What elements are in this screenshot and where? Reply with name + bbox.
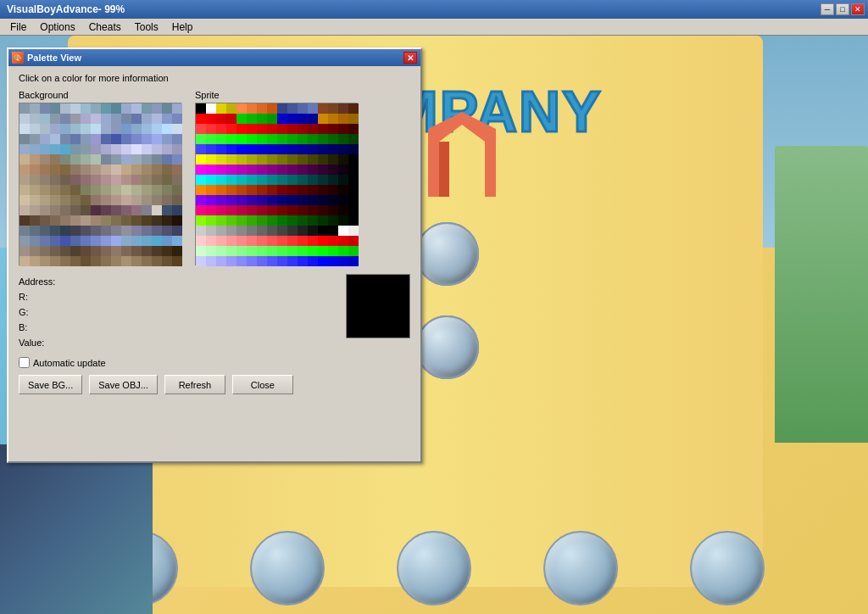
palette-cell[interactable] <box>236 165 247 175</box>
palette-cell[interactable] <box>348 205 359 215</box>
palette-cell[interactable] <box>111 124 121 134</box>
menu-tools[interactable]: Tools <box>128 20 165 35</box>
palette-cell[interactable] <box>287 215 298 226</box>
palette-cell[interactable] <box>19 236 30 246</box>
palette-cell[interactable] <box>257 185 267 195</box>
palette-cell[interactable] <box>277 205 287 215</box>
palette-cell[interactable] <box>298 165 308 175</box>
palette-cell[interactable] <box>172 154 182 165</box>
palette-cell[interactable] <box>287 124 298 134</box>
palette-cell[interactable] <box>70 165 81 175</box>
palette-cell[interactable] <box>70 246 81 256</box>
palette-cell[interactable] <box>206 124 216 134</box>
palette-cell[interactable] <box>142 195 152 205</box>
palette-cell[interactable] <box>152 205 162 215</box>
palette-cell[interactable] <box>328 185 338 195</box>
palette-cell[interactable] <box>328 246 338 256</box>
palette-cell[interactable] <box>121 236 131 246</box>
palette-cell[interactable] <box>172 175 182 185</box>
palette-cell[interactable] <box>101 195 111 205</box>
palette-cell[interactable] <box>277 175 287 185</box>
palette-cell[interactable] <box>91 226 101 236</box>
palette-cell[interactable] <box>196 165 206 175</box>
palette-cell[interactable] <box>162 154 172 165</box>
palette-cell[interactable] <box>257 226 267 236</box>
palette-cell[interactable] <box>206 226 216 236</box>
palette-cell[interactable] <box>196 175 206 185</box>
palette-cell[interactable] <box>131 205 142 215</box>
palette-cell[interactable] <box>101 175 111 185</box>
palette-cell[interactable] <box>152 256 162 266</box>
palette-cell[interactable] <box>60 195 70 205</box>
palette-cell[interactable] <box>338 165 348 175</box>
palette-cell[interactable] <box>206 175 216 185</box>
palette-cell[interactable] <box>267 246 277 256</box>
palette-cell[interactable] <box>206 185 216 195</box>
palette-cell[interactable] <box>206 154 216 165</box>
palette-cell[interactable] <box>277 195 287 205</box>
palette-cell[interactable] <box>19 195 30 205</box>
palette-cell[interactable] <box>226 165 236 175</box>
palette-cell[interactable] <box>162 144 172 154</box>
palette-cell[interactable] <box>247 185 257 195</box>
palette-cell[interactable] <box>91 236 101 246</box>
palette-cell[interactable] <box>70 256 81 266</box>
palette-cell[interactable] <box>287 114 298 124</box>
palette-cell[interactable] <box>131 226 142 236</box>
palette-cell[interactable] <box>277 185 287 195</box>
palette-cell[interactable] <box>121 195 131 205</box>
palette-cell[interactable] <box>60 236 70 246</box>
palette-cell[interactable] <box>226 103 236 114</box>
palette-cell[interactable] <box>101 246 111 256</box>
palette-cell[interactable] <box>206 103 216 114</box>
palette-cell[interactable] <box>298 256 308 266</box>
palette-cell[interactable] <box>287 226 298 236</box>
bottom-circle-button[interactable] <box>543 531 618 606</box>
palette-cell[interactable] <box>216 175 226 185</box>
palette-cell[interactable] <box>216 205 226 215</box>
palette-cell[interactable] <box>277 154 287 165</box>
palette-cell[interactable] <box>236 185 247 195</box>
palette-cell[interactable] <box>121 205 131 215</box>
palette-cell[interactable] <box>81 215 91 226</box>
palette-cell[interactable] <box>298 134 308 144</box>
palette-cell[interactable] <box>338 205 348 215</box>
palette-cell[interactable] <box>50 114 60 124</box>
palette-cell[interactable] <box>206 236 216 246</box>
palette-cell[interactable] <box>338 134 348 144</box>
palette-cell[interactable] <box>30 226 40 236</box>
palette-cell[interactable] <box>308 103 318 114</box>
palette-cell[interactable] <box>206 256 216 266</box>
palette-cell[interactable] <box>152 215 162 226</box>
palette-cell[interactable] <box>111 154 121 165</box>
palette-cell[interactable] <box>226 215 236 226</box>
palette-cell[interactable] <box>236 195 247 205</box>
palette-cell[interactable] <box>318 215 328 226</box>
palette-cell[interactable] <box>111 165 121 175</box>
palette-cell[interactable] <box>308 124 318 134</box>
palette-cell[interactable] <box>91 185 101 195</box>
palette-cell[interactable] <box>348 195 359 205</box>
palette-cell[interactable] <box>50 205 60 215</box>
palette-cell[interactable] <box>287 175 298 185</box>
palette-cell[interactable] <box>267 165 277 175</box>
palette-cell[interactable] <box>19 185 30 195</box>
palette-cell[interactable] <box>142 256 152 266</box>
palette-cell[interactable] <box>101 256 111 266</box>
palette-cell[interactable] <box>216 236 226 246</box>
palette-cell[interactable] <box>162 195 172 205</box>
palette-cell[interactable] <box>348 236 359 246</box>
palette-cell[interactable] <box>50 215 60 226</box>
palette-cell[interactable] <box>50 154 60 165</box>
palette-cell[interactable] <box>277 215 287 226</box>
palette-cell[interactable] <box>328 114 338 124</box>
palette-cell[interactable] <box>348 256 359 266</box>
palette-cell[interactable] <box>50 103 60 114</box>
palette-cell[interactable] <box>287 256 298 266</box>
palette-cell[interactable] <box>328 124 338 134</box>
palette-cell[interactable] <box>131 154 142 165</box>
palette-cell[interactable] <box>101 205 111 215</box>
palette-cell[interactable] <box>70 185 81 195</box>
palette-cell[interactable] <box>60 175 70 185</box>
palette-cell[interactable] <box>236 236 247 246</box>
